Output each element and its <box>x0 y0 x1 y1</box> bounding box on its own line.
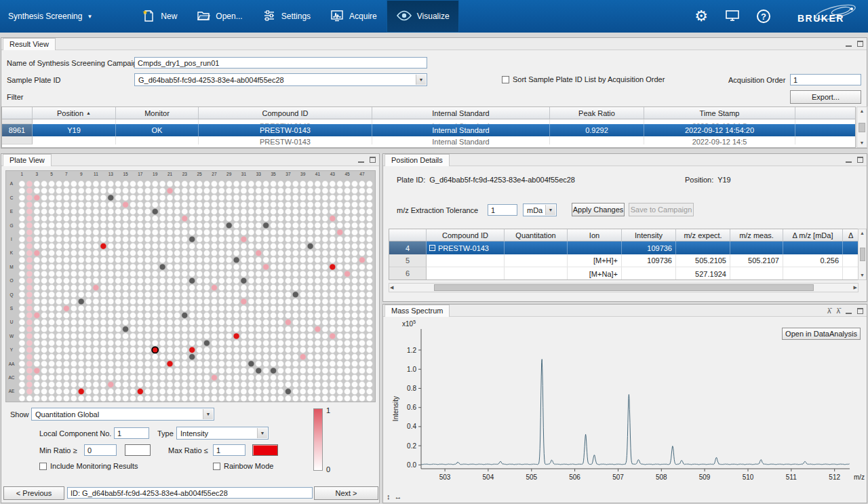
well[interactable] <box>152 305 158 311</box>
well[interactable] <box>85 243 92 249</box>
well[interactable] <box>152 326 158 332</box>
well[interactable] <box>85 340 92 346</box>
well[interactable] <box>300 188 306 194</box>
well[interactable] <box>152 181 158 187</box>
well[interactable] <box>292 201 298 208</box>
well[interactable] <box>137 271 143 277</box>
well[interactable] <box>34 354 40 360</box>
well[interactable] <box>292 257 298 263</box>
well[interactable] <box>277 312 283 318</box>
well[interactable] <box>152 264 158 270</box>
well[interactable] <box>300 326 306 332</box>
well[interactable] <box>78 257 84 263</box>
well[interactable] <box>218 271 224 277</box>
well[interactable] <box>315 374 321 381</box>
well[interactable] <box>159 243 165 249</box>
well[interactable] <box>344 271 351 277</box>
well[interactable] <box>263 389 269 395</box>
well[interactable] <box>292 298 298 305</box>
well[interactable] <box>292 374 298 381</box>
well[interactable] <box>285 333 291 339</box>
well[interactable] <box>307 298 313 305</box>
well[interactable] <box>226 181 232 187</box>
well[interactable] <box>49 298 55 305</box>
well[interactable] <box>366 201 372 208</box>
tab-result-view[interactable]: Result View <box>3 38 56 50</box>
well[interactable] <box>123 374 129 381</box>
well[interactable] <box>233 319 239 326</box>
well[interactable] <box>159 340 165 346</box>
well[interactable] <box>108 277 114 284</box>
well[interactable] <box>203 292 210 298</box>
well[interactable] <box>285 305 291 311</box>
well[interactable] <box>115 201 121 208</box>
well[interactable] <box>26 277 33 284</box>
well[interactable] <box>256 298 262 305</box>
well[interactable] <box>41 188 47 194</box>
well[interactable] <box>93 271 99 277</box>
well[interactable] <box>100 389 106 395</box>
well[interactable] <box>277 347 283 353</box>
well[interactable] <box>41 326 47 332</box>
well[interactable] <box>197 277 203 284</box>
well[interactable] <box>330 271 336 277</box>
well[interactable] <box>351 181 357 187</box>
well[interactable] <box>315 326 321 332</box>
well[interactable] <box>137 222 143 229</box>
well[interactable] <box>337 326 343 332</box>
apply-changes-button[interactable]: Apply Changes <box>572 203 625 216</box>
well[interactable] <box>337 250 343 256</box>
well[interactable] <box>63 305 69 311</box>
table-row-selected[interactable]: 8961 Y19 OK PRESTW-0143 Internal Standar… <box>2 124 855 136</box>
well[interactable] <box>137 347 143 353</box>
well[interactable] <box>263 333 269 339</box>
well[interactable] <box>152 250 158 256</box>
open-button[interactable]: Open... <box>186 0 252 33</box>
well[interactable] <box>63 264 69 270</box>
well[interactable] <box>226 333 232 339</box>
well[interactable] <box>174 368 180 374</box>
column-header-monitor[interactable]: Monitor <box>116 107 199 119</box>
well[interactable] <box>56 277 62 284</box>
well[interactable] <box>344 250 351 256</box>
well[interactable] <box>137 305 143 311</box>
well[interactable] <box>248 236 254 242</box>
well[interactable] <box>322 229 328 235</box>
well[interactable] <box>174 374 180 381</box>
well[interactable] <box>167 333 173 339</box>
tolerance-unit-select[interactable]: mDa ▼ <box>523 203 557 216</box>
well[interactable] <box>366 312 372 318</box>
well[interactable] <box>63 374 69 381</box>
well[interactable] <box>159 201 165 208</box>
well[interactable] <box>174 326 180 332</box>
well[interactable] <box>85 271 92 277</box>
sample-plate-select[interactable]: G_d64bab5f-fc9d-4253-83e4-ab004f55ec28 ▼ <box>134 73 427 86</box>
well[interactable] <box>277 354 283 360</box>
well[interactable] <box>167 305 173 311</box>
well[interactable] <box>71 305 77 311</box>
well[interactable] <box>359 250 365 256</box>
well[interactable] <box>211 236 217 242</box>
well[interactable] <box>359 236 365 242</box>
well[interactable] <box>351 229 357 235</box>
float-icon[interactable] <box>857 308 863 314</box>
well[interactable] <box>211 326 217 332</box>
well[interactable] <box>322 368 328 374</box>
well[interactable] <box>271 250 277 256</box>
well[interactable] <box>123 264 129 270</box>
well[interactable] <box>366 222 372 229</box>
well[interactable] <box>233 236 239 242</box>
well[interactable] <box>226 368 232 374</box>
well[interactable] <box>19 292 25 298</box>
well[interactable] <box>256 208 262 214</box>
well[interactable] <box>226 277 232 284</box>
well[interactable] <box>123 395 129 402</box>
well[interactable] <box>108 374 114 381</box>
well[interactable] <box>108 389 114 395</box>
well[interactable] <box>292 188 298 194</box>
well[interactable] <box>337 277 343 284</box>
well[interactable] <box>271 347 277 353</box>
well[interactable] <box>137 229 143 235</box>
well[interactable] <box>307 250 313 256</box>
well[interactable] <box>182 181 188 187</box>
